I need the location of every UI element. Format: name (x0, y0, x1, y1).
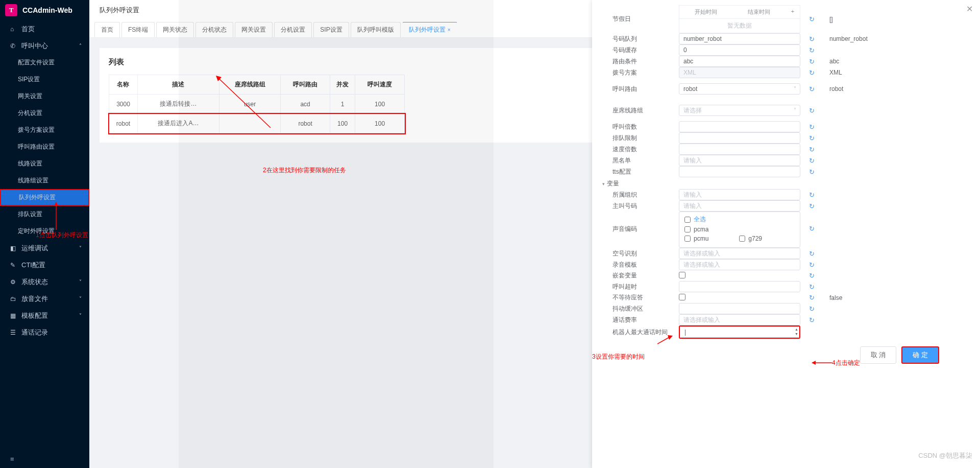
call-route-select[interactable] (679, 83, 800, 95)
refresh-icon[interactable]: ↻ (809, 35, 815, 43)
refresh-icon[interactable]: ↻ (809, 134, 815, 142)
sidebar-item-config[interactable]: 配置文件设置 (0, 54, 89, 71)
tab-ext-set[interactable]: 分机设置 (274, 22, 312, 37)
call-multi-input[interactable] (679, 121, 800, 132)
refresh-icon[interactable]: ↻ (809, 15, 815, 23)
tab-queue-tpl[interactable]: 队列呼叫模版 (351, 22, 401, 37)
refresh-icon[interactable]: ↻ (809, 202, 815, 210)
tab-fs[interactable]: FS终端 (121, 22, 155, 37)
tab-queue-outbound[interactable]: 队列外呼设置× (402, 22, 457, 37)
tts-input[interactable] (679, 166, 800, 177)
tab-gw-set[interactable]: 网关设置 (235, 22, 273, 37)
max-talk-input[interactable] (680, 326, 799, 338)
refresh-icon[interactable]: ↻ (809, 225, 815, 232)
refresh-icon[interactable]: ↻ (809, 305, 815, 313)
refresh-icon[interactable]: ↻ (809, 294, 815, 301)
num-queue-input[interactable] (679, 33, 800, 44)
table-row[interactable]: 3000接通后转接…user acd1100 (109, 95, 405, 114)
refresh-icon[interactable]: ↻ (809, 46, 815, 54)
th-conc: 并发 (330, 75, 355, 95)
empty-detect-input[interactable] (679, 248, 800, 259)
refresh-icon[interactable]: ↻ (809, 316, 815, 324)
tab-home[interactable]: 首页 (94, 22, 120, 37)
refresh-icon[interactable]: ↻ (809, 58, 815, 65)
refresh-icon[interactable]: ↻ (809, 272, 815, 279)
refresh-icon[interactable]: ↻ (809, 146, 815, 153)
nav-home[interactable]: ⌂首页 (0, 20, 89, 37)
no-wait-checkbox[interactable] (679, 294, 685, 300)
max-talk-wrap: ▲▼ (679, 325, 800, 339)
nav-sys[interactable]: ⚙系统状态˅ (0, 273, 89, 290)
codec-all[interactable]: 全选 (684, 215, 706, 224)
th-start: 开始时间 (679, 6, 732, 18)
refresh-icon[interactable]: ↻ (809, 107, 815, 114)
refresh-icon[interactable]: ↻ (809, 69, 815, 77)
refresh-icon[interactable]: ↻ (809, 85, 815, 93)
cancel-button[interactable]: 取 消 (860, 346, 897, 364)
sidebar-collapse[interactable]: ≡ (0, 450, 89, 468)
add-holiday-button[interactable]: + (786, 6, 800, 18)
num-cache-input[interactable] (679, 44, 800, 56)
section-vars[interactable]: ▾变量 (602, 179, 970, 188)
list-icon: ☰ (10, 329, 17, 336)
brand-title: CCAdmin-Web (22, 6, 72, 14)
ok-button[interactable]: 确 定 (901, 346, 939, 364)
dashboard-icon: ◧ (10, 245, 17, 252)
blacklist-input[interactable] (679, 155, 800, 166)
codec-g729[interactable]: g729 (739, 235, 762, 242)
route-cond-input[interactable] (679, 56, 800, 67)
holiday-empty: 暂无数据 (679, 19, 800, 33)
call-timeout-input[interactable] (679, 281, 800, 292)
edit-drawer: ✕ 节假日 开始时间 结束时间 + 暂无数据 ↻ [] 号码队列 ↻ numbe (592, 0, 980, 468)
ro-route-cond: abc (829, 58, 839, 65)
number-spinner[interactable]: ▲▼ (795, 327, 798, 336)
close-icon[interactable]: × (448, 27, 451, 33)
brand: T CCAdmin-Web (0, 0, 89, 20)
refresh-icon[interactable]: ↻ (809, 168, 815, 176)
row-call-timeout: 呼叫超时 ↻ (602, 281, 970, 292)
tab-ext-status[interactable]: 分机状态 (195, 22, 233, 37)
annotation-2: 2在这里找到你需要限制的任务 (263, 166, 346, 175)
org-input[interactable] (679, 189, 800, 200)
codec-pcma[interactable]: pcma (684, 226, 708, 233)
agent-group-select[interactable] (679, 105, 800, 116)
gear-icon: ⚙ (10, 278, 17, 286)
nav-cdr[interactable]: ☰通话记录 (0, 324, 89, 341)
sidebar-item-linegroup[interactable]: 线路组设置 (0, 172, 89, 189)
sidebar-item-ext[interactable]: 分机设置 (0, 105, 89, 122)
caller-input[interactable] (679, 200, 800, 212)
app-root: T CCAdmin-Web ⌂首页 ✆呼叫中心˄ 配置文件设置 SIP设置 网关… (0, 0, 980, 468)
sidebar-item-line[interactable]: 线路设置 (0, 155, 89, 172)
nest-var-checkbox[interactable] (679, 272, 685, 278)
row-dial-plan: 拨号方案 ↻ XML (602, 67, 970, 78)
refresh-icon[interactable]: ↻ (809, 283, 815, 291)
sidebar-item-cron[interactable]: 定时外呼设置 (0, 223, 89, 240)
rec-tpl-input[interactable] (679, 259, 800, 270)
refresh-icon[interactable]: ↻ (809, 191, 815, 199)
tab-sip-set[interactable]: SIP设置 (313, 22, 349, 37)
sidebar-item-queue[interactable]: 排队设置 (0, 206, 89, 223)
nav-ops[interactable]: ◧运维调试˅ (0, 240, 89, 256)
queue-limit-input[interactable] (679, 132, 800, 144)
nav-play[interactable]: 🗀放音文件˅ (0, 290, 89, 307)
nav-cti[interactable]: ✎CTI配置 (0, 256, 89, 273)
nav-call-center[interactable]: ✆呼叫中心˄ (0, 37, 89, 54)
sidebar-item-route[interactable]: 呼叫路由设置 (0, 138, 89, 155)
refresh-icon[interactable]: ↻ (809, 157, 815, 165)
codec-pcmu[interactable]: pcmu (684, 235, 708, 242)
tab-gw-status[interactable]: 网关状态 (156, 22, 194, 37)
sidebar-item-dialplan[interactable]: 拨号方案设置 (0, 122, 89, 138)
jitter-input[interactable] (679, 303, 800, 314)
sidebar-item-queue-outbound[interactable]: 队列外呼设置 (0, 189, 89, 206)
home-icon: ⌂ (10, 26, 17, 33)
refresh-icon[interactable]: ↻ (809, 250, 815, 258)
sidebar-item-sip[interactable]: SIP设置 (0, 71, 89, 88)
table-row-selected[interactable]: robot接通后进入A… robot100100 (109, 114, 405, 133)
refresh-icon[interactable]: ↻ (809, 123, 815, 131)
call-rate-input[interactable] (679, 314, 800, 325)
nav-tpl[interactable]: ▦模板配置˅ (0, 307, 89, 324)
sidebar-item-gateway[interactable]: 网关设置 (0, 88, 89, 105)
table-header-row: 名称 描述 座席线路组 呼叫路由 并发 呼叫速度 (109, 75, 405, 95)
speed-multi-input[interactable] (679, 144, 800, 155)
refresh-icon[interactable]: ↻ (809, 261, 815, 269)
